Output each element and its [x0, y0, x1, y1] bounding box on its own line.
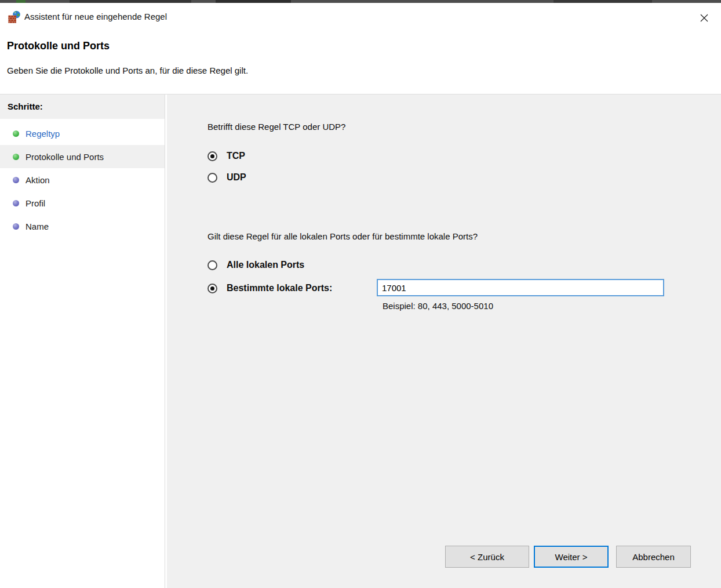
radio-option-tcp[interactable]: TCP	[207, 148, 245, 164]
ports-input[interactable]	[377, 279, 664, 296]
ports-example-hint: Beispiel: 80, 443, 5000-5010	[383, 301, 493, 311]
steps-list: Regeltyp Protokolle und Ports Aktion Pro…	[0, 122, 165, 238]
ports-question: Gilt diese Regel für alle lokalen Ports …	[207, 231, 478, 241]
back-button[interactable]: < Zurück	[445, 546, 529, 568]
next-button[interactable]: Weiter >	[534, 546, 609, 568]
step-current-bullet-icon	[13, 154, 19, 160]
steps-sidebar: Schritte: Regeltyp Protokolle und Ports …	[0, 95, 165, 588]
firewall-icon	[8, 10, 21, 23]
step-upcoming-bullet-icon	[13, 177, 19, 183]
close-icon	[700, 13, 709, 23]
close-button[interactable]	[694, 10, 714, 26]
wizard-dialog: Assistent für neue eingehende Regel Prot…	[0, 0, 721, 588]
sidebar-step-name: Name	[0, 215, 165, 238]
radio-selected-icon[interactable]	[207, 151, 217, 161]
sidebar-step-profil: Profil	[0, 191, 165, 215]
sidebar-step-protokolle-und-ports[interactable]: Protokolle und Ports	[0, 145, 165, 168]
protocol-question: Betrifft diese Regel TCP oder UDP?	[207, 122, 345, 132]
steps-heading: Schritte:	[0, 95, 165, 119]
radio-unselected-icon[interactable]	[207, 260, 217, 270]
sidebar-step-regeltyp[interactable]: Regeltyp	[0, 122, 165, 145]
radio-option-bestimmte-lokale-ports[interactable]: Bestimmte lokale Ports:	[207, 281, 332, 296]
page-title: Protokolle und Ports	[7, 40, 110, 52]
radio-option-udp[interactable]: UDP	[207, 170, 246, 185]
titlebar: Assistent für neue eingehende Regel	[0, 3, 721, 30]
radio-option-alle-lokalen-ports[interactable]: Alle lokalen Ports	[207, 257, 304, 273]
wizard-header: Protokolle und Ports Geben Sie die Proto…	[0, 30, 721, 94]
cancel-button[interactable]: Abbrechen	[616, 546, 691, 568]
step-upcoming-bullet-icon	[13, 223, 19, 230]
wizard-content: Betrifft diese Regel TCP oder UDP? TCP U…	[167, 95, 721, 588]
radio-unselected-icon[interactable]	[207, 173, 217, 183]
window-title: Assistent für neue eingehende Regel	[24, 3, 167, 30]
sidebar-step-aktion: Aktion	[0, 168, 165, 191]
step-upcoming-bullet-icon	[13, 200, 19, 206]
step-done-bullet-icon	[13, 130, 19, 137]
radio-selected-icon[interactable]	[207, 284, 217, 293]
page-subtitle: Geben Sie die Protokolle und Ports an, f…	[7, 66, 248, 75]
